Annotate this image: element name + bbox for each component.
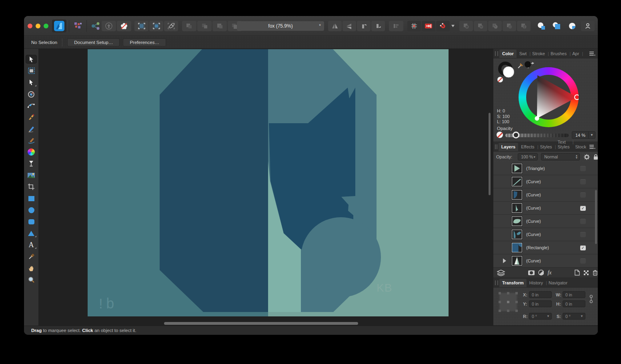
color-triangle[interactable] — [519, 67, 579, 127]
canvas-area[interactable]: !b KB — [38, 49, 493, 326]
boolean-xor-button[interactable] — [503, 21, 516, 31]
fill-tool[interactable] — [26, 159, 37, 168]
fx-icon[interactable]: fx — [547, 270, 551, 276]
color-tool[interactable] — [26, 148, 37, 156]
vector-brush-tool[interactable] — [26, 136, 37, 145]
text-tool[interactable]: A — [26, 240, 37, 249]
document-setup-button[interactable]: Document Setup… — [67, 38, 120, 46]
boolean-divide-button[interactable] — [517, 21, 531, 31]
layer-row-curve-2[interactable]: (Curve) ✓ — [493, 188, 598, 202]
zoom-window-button[interactable] — [44, 24, 48, 28]
pattern-layer-icon[interactable] — [583, 270, 589, 276]
panel-grip[interactable] — [495, 144, 497, 149]
opacity-slider-knob[interactable] — [513, 132, 519, 138]
anchor-point-selector[interactable] — [500, 293, 517, 311]
artboard-tool[interactable] — [26, 66, 37, 75]
layer-visibility-checkbox[interactable]: ✓ — [580, 219, 586, 224]
tab-stock[interactable]: Stock — [572, 143, 589, 151]
fill-opacity-button[interactable] — [565, 21, 579, 31]
layer-visibility-checkbox[interactable]: ✓ — [580, 245, 586, 250]
layer-visibility-checkbox[interactable]: ✓ — [580, 192, 586, 198]
layers-opacity-dropdown[interactable]: 100 % ▼ — [518, 153, 538, 160]
layer-row-curve-1[interactable]: (Curve) ✓ — [493, 175, 598, 188]
r-field[interactable]: 0 °▼ — [529, 313, 552, 320]
triangle-tool[interactable] — [26, 229, 37, 238]
layer-visibility-checkbox[interactable]: ✓ — [580, 166, 586, 171]
w-field[interactable]: 0 in — [563, 291, 585, 298]
layer-row-triangle[interactable]: (Triangle) ✓ — [493, 162, 598, 175]
ellipse-tool[interactable] — [26, 206, 37, 214]
blend-mode-dropdown[interactable]: Normal ▲▼ — [541, 153, 580, 160]
tab-layers[interactable]: Layers — [499, 143, 518, 151]
layers-stack-icon[interactable] — [497, 270, 505, 276]
to-back-button[interactable] — [197, 21, 212, 31]
artwork-muzzle-circle[interactable] — [301, 217, 381, 297]
point-transform-tool[interactable] — [26, 90, 37, 98]
flip-vertical-button[interactable] — [343, 21, 356, 31]
effects-disable-button[interactable] — [117, 21, 131, 31]
tab-color[interactable]: Color — [499, 50, 517, 58]
layer-visibility-checkbox[interactable]: ✓ — [580, 206, 586, 211]
tab-navigator[interactable]: Navigator — [546, 279, 570, 287]
rotate-ccw-button[interactable] — [357, 21, 371, 31]
designer-persona-button[interactable] — [71, 21, 85, 31]
x-field[interactable]: 0 in — [529, 291, 552, 298]
layer-visibility-checkbox[interactable]: ✓ — [580, 258, 586, 264]
crop-tool[interactable] — [26, 182, 37, 191]
account-button[interactable] — [581, 21, 595, 31]
close-button[interactable] — [28, 24, 32, 28]
alignment-button[interactable] — [389, 21, 403, 31]
rectangle-tool[interactable] — [26, 194, 37, 203]
boolean-add-button[interactable] — [459, 21, 473, 31]
pixel-grid-button[interactable] — [407, 21, 421, 31]
tab-history[interactable]: History — [527, 279, 546, 287]
affinity-app-icon[interactable] — [52, 20, 66, 32]
layer-visibility-checkbox[interactable]: ✓ — [580, 232, 586, 237]
pen-tool[interactable] — [26, 113, 37, 122]
tab-stroke[interactable]: Stroke — [529, 50, 548, 58]
rounded-rectangle-tool[interactable] — [26, 217, 37, 226]
move-up-button[interactable] — [102, 21, 116, 31]
s-field[interactable]: 0 °▼ — [563, 313, 585, 320]
layer-row-curve-5[interactable]: (Curve) ✓ — [493, 228, 598, 241]
layer-visibility-checkbox[interactable]: ✓ — [580, 179, 586, 184]
tab-styles[interactable]: Styles — [537, 143, 555, 151]
link-dimensions-icon[interactable] — [589, 295, 593, 304]
expand-arrow-icon[interactable] — [503, 258, 506, 263]
panel-grip[interactable] — [495, 51, 498, 56]
delete-layer-icon[interactable] — [593, 270, 598, 276]
canvas-horizontal-scrollbar[interactable] — [164, 322, 358, 325]
y-field[interactable]: 0 in — [529, 300, 552, 307]
zoom-tool[interactable] — [26, 275, 37, 284]
mask-layer-icon[interactable] — [528, 270, 535, 276]
forward-one-button[interactable] — [212, 21, 227, 31]
preferences-button[interactable]: Preferences… — [123, 38, 166, 46]
color-picker-tool[interactable] — [26, 252, 37, 261]
h-field[interactable]: 0 in — [563, 300, 585, 307]
tab-transform[interactable]: Transform — [499, 279, 527, 287]
tab-effects[interactable]: Effects — [518, 143, 537, 151]
panel-grip[interactable] — [495, 280, 498, 285]
fill-front-button[interactable] — [550, 21, 564, 31]
document-page[interactable]: !b KB — [88, 49, 449, 316]
tab-swatches[interactable]: Swt — [517, 50, 529, 58]
opacity-caret-icon[interactable]: ▼ — [588, 132, 595, 138]
layer-row-curve-6[interactable]: (Curve) ✓ — [493, 254, 598, 268]
place-image-tool[interactable] — [26, 171, 37, 180]
fill-swatch[interactable] — [503, 66, 514, 78]
adjustment-layer-icon[interactable] — [538, 270, 544, 276]
export-persona-button[interactable] — [89, 21, 102, 31]
lock-icon[interactable] — [593, 154, 598, 160]
boolean-intersect-button[interactable] — [488, 21, 502, 31]
transform-objects-button[interactable] — [164, 21, 178, 31]
flip-horizontal-button[interactable] — [328, 21, 342, 31]
tab-brushes[interactable]: Brushes — [548, 50, 569, 58]
layer-list-scrollbar[interactable] — [595, 190, 597, 244]
pen-node-tool[interactable] — [26, 101, 37, 110]
layer-row-rectangle[interactable]: (Rectangle) ✓ — [493, 241, 598, 254]
panel-menu-icon[interactable] — [589, 51, 595, 56]
minimize-button[interactable] — [36, 24, 40, 28]
node-tool[interactable] — [26, 78, 37, 87]
sl-marker[interactable] — [535, 116, 539, 121]
layer-row-curve-3[interactable]: (Curve) ✓ — [493, 202, 598, 215]
